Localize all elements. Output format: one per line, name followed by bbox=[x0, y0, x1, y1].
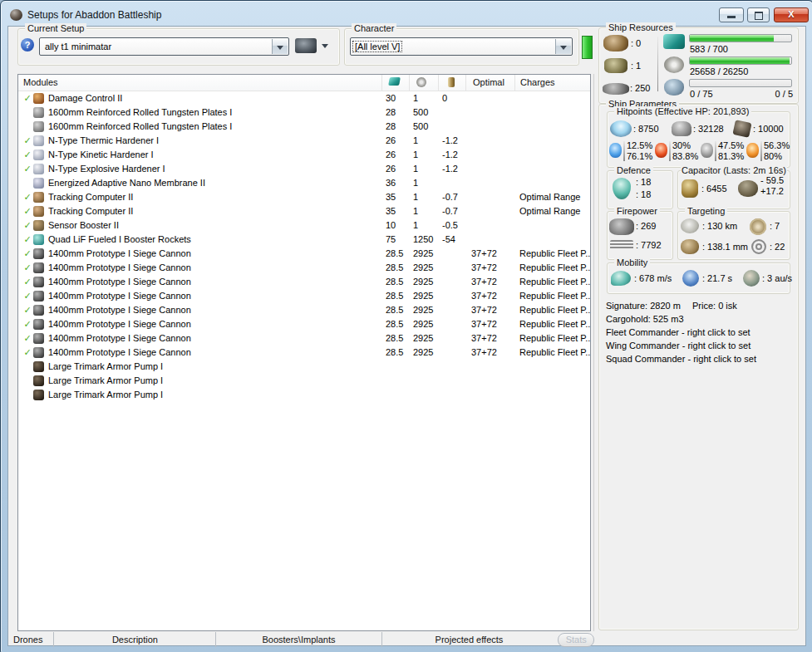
modules-list[interactable]: Modules Optimal Charges ✓ Damage Control… bbox=[17, 74, 591, 631]
module-row[interactable]: ✓ Tracking Computer II 35 1 -0.7 Optimal… bbox=[18, 190, 590, 204]
module-row[interactable]: Large Trimark Armor Pump I bbox=[18, 374, 590, 388]
title-bar[interactable]: Setups for Abaddon Battleship X bbox=[1, 1, 812, 26]
bottom-tab-bar: Drones Description Boosters\Implants Pro… bbox=[2, 632, 594, 647]
calibration-value: : 250 bbox=[630, 83, 650, 93]
fleet-commander-setting[interactable]: Fleet Commander - right click to set bbox=[606, 327, 750, 337]
sensor-module-icon bbox=[33, 220, 44, 231]
tracking-module-icon bbox=[33, 192, 44, 203]
character-combobox-button[interactable] bbox=[555, 39, 571, 54]
help-icon[interactable]: ? bbox=[21, 38, 34, 51]
squad-commander-setting[interactable]: Squad Commander - right click to set bbox=[606, 354, 756, 364]
module-row[interactable]: ✓ 1400mm Prototype I Siege Cannon 28.5 2… bbox=[18, 261, 590, 275]
membrane-module-icon bbox=[33, 178, 44, 189]
cannon-module-icon bbox=[33, 262, 44, 273]
shield-hp-value: : 8750 bbox=[633, 124, 659, 134]
kinetic-resist-values: 47.5%81.3% bbox=[718, 140, 744, 162]
powergrid-icon bbox=[664, 56, 684, 73]
setup-combobox[interactable]: ally t1 minimatar bbox=[39, 37, 289, 56]
module-row[interactable]: ✓ 1400mm Prototype I Siege Cannon 28.5 2… bbox=[18, 331, 590, 346]
module-cpu-value bbox=[386, 388, 413, 404]
maximize-button[interactable] bbox=[747, 7, 770, 22]
tab-description[interactable]: Description bbox=[54, 632, 216, 647]
module-charges-value bbox=[519, 388, 590, 404]
launcher-hardpoints-icon bbox=[604, 58, 627, 73]
modules-column-header: Modules bbox=[18, 75, 381, 91]
ship-browser-dropdown-icon[interactable] bbox=[322, 44, 328, 48]
scan-resolution-value: : 138.1 mm bbox=[702, 242, 748, 252]
powergrid-bar bbox=[689, 56, 792, 65]
module-row[interactable]: ✓ 1400mm Prototype I Siege Cannon 28.5 2… bbox=[18, 303, 590, 317]
defence-shield-icon bbox=[613, 178, 631, 199]
em-resist-values: 12.5%76.1% bbox=[627, 140, 652, 162]
panel-splitter[interactable] bbox=[593, 74, 594, 631]
module-row[interactable]: ✓ N-Type Explosive Hardener I 26 1 -1.2 bbox=[18, 162, 590, 176]
module-row[interactable]: ✓ Damage Control II 30 1 0 bbox=[18, 91, 590, 105]
setup-combobox-button[interactable] bbox=[272, 39, 288, 54]
max-targets-value: : 7 bbox=[770, 221, 780, 231]
hull-hp-icon bbox=[732, 120, 751, 138]
tab-boosters-implants[interactable]: Boosters\Implants bbox=[216, 632, 381, 647]
module-row[interactable]: Large Trimark Armor Pump I bbox=[18, 360, 590, 374]
character-status-indicator bbox=[582, 36, 593, 59]
module-cap-value bbox=[442, 388, 471, 404]
capacitor-recharge-icon bbox=[738, 180, 758, 197]
module-row[interactable]: ✓ 1400mm Prototype I Siege Cannon 28.5 2… bbox=[18, 275, 590, 289]
max-targets-icon bbox=[750, 218, 766, 235]
warp-speed-value: : 3 au/s bbox=[762, 273, 792, 283]
dps-icon bbox=[610, 240, 633, 250]
window-frame: Setups for Abaddon Battleship X Current … bbox=[0, 0, 812, 652]
sensor-strength-value: : 22 bbox=[770, 242, 785, 252]
tab-projected-effects[interactable]: Projected effects bbox=[382, 632, 557, 647]
stats-button[interactable]: Stats bbox=[558, 633, 594, 647]
explosive-resist-icon bbox=[746, 143, 759, 158]
cannon-module-icon bbox=[33, 248, 44, 259]
module-row[interactable]: ✓ 1400mm Prototype I Siege Cannon 28.5 2… bbox=[18, 247, 590, 261]
capacitor-amount-value: : 6455 bbox=[701, 184, 727, 194]
scan-resolution-icon bbox=[681, 239, 699, 254]
volley-icon bbox=[609, 218, 634, 235]
cannon-module-icon bbox=[33, 319, 44, 330]
plate-module-icon bbox=[33, 121, 44, 132]
module-row[interactable]: ✓ 1400mm Prototype I Siege Cannon 28.5 2… bbox=[18, 346, 590, 360]
cargohold-value: Cargohold: 525 m3 bbox=[606, 314, 684, 324]
modules-list-header: Modules Optimal Charges bbox=[18, 75, 590, 91]
minimize-icon bbox=[727, 16, 736, 18]
module-row[interactable]: ✓ Quad LiF Fueled I Booster Rockets 75 1… bbox=[18, 233, 590, 247]
pump-module-icon bbox=[33, 361, 44, 372]
targeting-range-value: : 130 km bbox=[702, 221, 737, 231]
ship-browser-button[interactable] bbox=[295, 38, 317, 53]
cpu-bar-fill bbox=[690, 35, 774, 42]
mobility-title: Mobility bbox=[614, 257, 650, 267]
cpu-value: 583 / 700 bbox=[690, 44, 728, 54]
module-row[interactable]: ✓ 1400mm Prototype I Siege Cannon 28.5 2… bbox=[18, 317, 590, 331]
wing-commander-setting[interactable]: Wing Commander - right click to set bbox=[606, 341, 750, 351]
module-row[interactable]: ✓ 1400mm Prototype I Siege Cannon 28.5 2… bbox=[18, 289, 590, 303]
minimize-button[interactable] bbox=[719, 7, 744, 22]
thermal-resist-values: 30%83.8% bbox=[672, 140, 698, 162]
tab-drones[interactable]: Drones bbox=[2, 632, 54, 647]
armor-hp-icon bbox=[672, 121, 691, 136]
close-button[interactable]: X bbox=[774, 7, 809, 22]
module-row[interactable]: Large Trimark Armor Pump I bbox=[18, 388, 590, 402]
calibration-icon bbox=[603, 83, 629, 95]
em-resist-icon bbox=[609, 143, 622, 158]
pump-module-icon bbox=[33, 375, 44, 386]
module-optimal-value bbox=[471, 388, 519, 404]
character-combobox[interactable]: [All level V] bbox=[350, 37, 573, 56]
drone-space-value: 0 / 75 bbox=[690, 89, 713, 99]
ship-resources-group: Ship Resources : 0 : 1 : 250 583 / 700 2… bbox=[598, 27, 799, 104]
module-row[interactable]: ✓ Sensor Booster II 10 1 -0.5 bbox=[18, 218, 590, 233]
module-row[interactable]: ✓ N-Type Kinetic Hardener I 26 1 -1.2 bbox=[18, 148, 590, 162]
module-row[interactable]: ✓ Tracking Computer II 35 1 -0.7 Optimal… bbox=[18, 204, 590, 218]
damage-control-module-icon bbox=[33, 93, 44, 104]
module-row[interactable]: 1600mm Reinforced Rolled Tungsten Plates… bbox=[18, 120, 590, 134]
module-row[interactable]: Energized Adaptive Nano Membrane II 36 1 bbox=[18, 176, 590, 190]
module-row[interactable]: ✓ N-Type Thermic Hardener I 26 1 -1.2 bbox=[18, 134, 590, 148]
module-row[interactable]: 1600mm Reinforced Rolled Tungsten Plates… bbox=[18, 105, 590, 120]
plate-module-icon bbox=[33, 107, 44, 118]
firepower-group: Firepower : 269 : 7792 bbox=[607, 211, 673, 260]
character-combobox-value: [All level V] bbox=[353, 42, 401, 51]
mobility-group: Mobility : 678 m/s : 21.7 s : 3 au/s bbox=[607, 262, 790, 294]
align-time-value: : 21.7 s bbox=[702, 273, 732, 283]
hitpoints-group: Hitpoints (Effective HP: 201,893) : 8750… bbox=[607, 111, 790, 168]
